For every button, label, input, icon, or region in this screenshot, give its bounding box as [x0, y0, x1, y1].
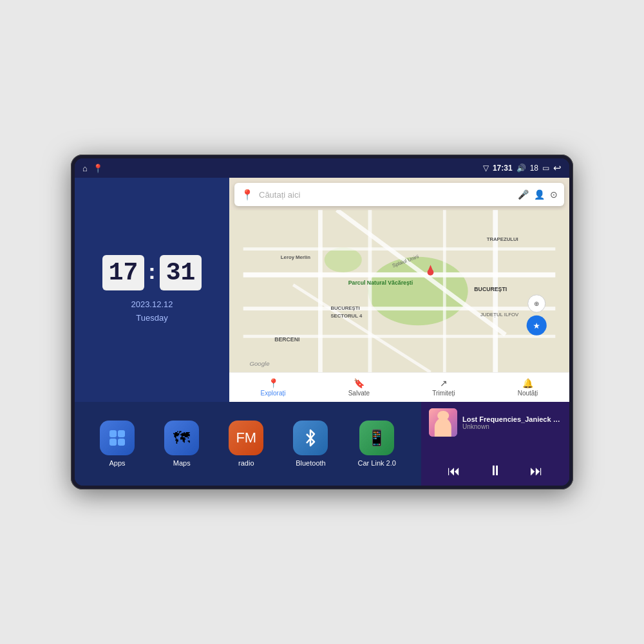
- map-nav-share[interactable]: ↗ Trimiteți: [432, 378, 455, 397]
- svg-point-1: [368, 257, 468, 326]
- clock-panel: 17 : 31 2023.12.12 Tuesday: [75, 178, 229, 402]
- svg-point-2: [325, 247, 362, 272]
- radio-icon: FM: [229, 421, 263, 455]
- app-item-bluetooth[interactable]: Bluetooth: [293, 421, 328, 467]
- app-item-carlink[interactable]: 📱 Car Link 2.0: [358, 421, 396, 467]
- status-bar: ⌂ 📍 ▽ 17:31 🔊 18 ▭ ↩: [75, 158, 569, 178]
- signal-icon: ▽: [483, 164, 489, 173]
- next-button[interactable]: ⏭: [530, 464, 543, 478]
- clock-date: 2023.12.12 Tuesday: [131, 298, 173, 325]
- app-item-radio[interactable]: FM radio: [229, 421, 263, 467]
- status-right: ▽ 17:31 🔊 18 ▭ ↩: [483, 162, 562, 174]
- volume-icon: 🔊: [516, 164, 526, 173]
- status-time: 17:31: [493, 164, 513, 173]
- battery-icon: ▭: [542, 164, 549, 173]
- back-icon[interactable]: ↩: [553, 162, 562, 174]
- explore-label: Explorați: [261, 390, 286, 397]
- map-content: Parcul Natural Văcărești Leroy Merlin BU…: [229, 210, 569, 372]
- clock-minutes: 31: [160, 255, 202, 290]
- music-thumbnail: [429, 408, 457, 437]
- saved-icon: 🔖: [354, 378, 365, 388]
- map-search-placeholder[interactable]: Căutați aici: [259, 190, 513, 200]
- device-frame: ⌂ 📍 ▽ 17:31 🔊 18 ▭ ↩ 17 :: [71, 155, 573, 489]
- svg-text:JUDEȚUL ILFOV: JUDEȚUL ILFOV: [480, 312, 519, 317]
- news-icon: 🔔: [522, 378, 533, 388]
- clock-display: 17 : 31: [102, 255, 202, 290]
- map-bottom-nav: 📍 Explorați 🔖 Salvate ↗ Trimiteți 🔔: [229, 372, 569, 402]
- app-item-maps[interactable]: 🗺 Maps: [164, 421, 199, 467]
- svg-rect-31: [109, 439, 117, 446]
- layers-icon[interactable]: ⊙: [550, 189, 558, 200]
- music-player: Lost Frequencies_Janieck Devy-... Unknow…: [421, 402, 569, 486]
- map-nav-news[interactable]: 🔔 Noutăți: [518, 378, 538, 397]
- device-screen: ⌂ 📍 ▽ 17:31 🔊 18 ▭ ↩ 17 :: [75, 158, 569, 486]
- svg-text:Google: Google: [249, 360, 270, 367]
- svg-text:Leroy Merlin: Leroy Merlin: [281, 254, 310, 260]
- apps-label: Apps: [109, 459, 126, 467]
- apps-icon: [100, 421, 135, 455]
- music-controls: ⏮ ⏸ ⏭: [429, 462, 562, 479]
- clock-colon: :: [148, 259, 155, 284]
- mic-icon[interactable]: 🎤: [518, 189, 529, 200]
- bottom-section: Apps 🗺 Maps FM radio: [75, 402, 569, 486]
- svg-rect-30: [118, 430, 125, 437]
- map-panel[interactable]: 📍 Căutați aici 🎤 👤 ⊙: [229, 178, 569, 402]
- prev-button[interactable]: ⏮: [448, 464, 460, 478]
- svg-rect-3: [243, 272, 556, 278]
- music-info: Lost Frequencies_Janieck Devy-... Unknow…: [429, 408, 562, 437]
- bluetooth-icon: [293, 421, 328, 455]
- music-text: Lost Frequencies_Janieck Devy-... Unknow…: [462, 415, 562, 430]
- maps-shortcut-icon[interactable]: 📍: [93, 164, 103, 173]
- svg-text:★: ★: [533, 322, 540, 330]
- apps-grid: Apps 🗺 Maps FM radio: [75, 402, 421, 486]
- svg-text:TRAPEZULUI: TRAPEZULUI: [487, 236, 518, 242]
- explore-icon: 📍: [268, 378, 279, 388]
- top-section: 17 : 31 2023.12.12 Tuesday 📍 Căutați aic…: [75, 178, 569, 402]
- map-search-bar[interactable]: 📍 Căutați aici 🎤 👤 ⊙: [234, 183, 564, 206]
- saved-label: Salvate: [348, 390, 370, 397]
- map-nav-explore[interactable]: 📍 Explorați: [261, 378, 286, 397]
- music-title: Lost Frequencies_Janieck Devy-...: [462, 415, 562, 423]
- map-area: Parcul Natural Văcărești Leroy Merlin BU…: [229, 210, 569, 372]
- carlink-icon: 📱: [359, 421, 394, 455]
- clock-hours: 17: [102, 255, 145, 290]
- map-search-pin-icon: 📍: [241, 189, 254, 201]
- radio-label: radio: [238, 459, 254, 467]
- svg-text:BERCENI: BERCENI: [274, 336, 299, 343]
- svg-rect-5: [243, 247, 556, 251]
- svg-text:BUCUREȘTI: BUCUREȘTI: [474, 286, 507, 292]
- home-icon[interactable]: ⌂: [82, 164, 88, 173]
- maps-icon: 🗺: [164, 421, 199, 455]
- bluetooth-label: Bluetooth: [296, 459, 325, 467]
- svg-text:SECTORUL 4: SECTORUL 4: [330, 313, 362, 319]
- battery-level: 18: [530, 164, 538, 173]
- status-left: ⌂ 📍: [82, 164, 103, 173]
- map-nav-saved[interactable]: 🔖 Salvate: [348, 378, 370, 397]
- map-search-controls: 🎤 👤 ⊙: [518, 189, 558, 200]
- svg-rect-32: [118, 439, 125, 446]
- app-item-apps[interactable]: Apps: [100, 421, 135, 467]
- main-content: 17 : 31 2023.12.12 Tuesday 📍 Căutați aic…: [75, 178, 569, 486]
- carlink-label: Car Link 2.0: [358, 459, 396, 467]
- svg-text:⊕: ⊕: [534, 300, 539, 307]
- news-label: Noutăți: [518, 390, 538, 397]
- svg-rect-29: [109, 430, 117, 437]
- music-artist: Unknown: [462, 423, 562, 430]
- svg-rect-4: [243, 307, 556, 310]
- account-icon[interactable]: 👤: [534, 189, 545, 200]
- svg-text:Parcul Natural Văcărești: Parcul Natural Văcărești: [348, 279, 413, 286]
- play-pause-button[interactable]: ⏸: [488, 462, 502, 479]
- maps-label: Maps: [173, 459, 191, 467]
- share-icon: ↗: [440, 378, 448, 388]
- svg-text:BUCUREȘTI: BUCUREȘTI: [330, 305, 359, 311]
- svg-rect-7: [318, 210, 323, 372]
- share-label: Trimiteți: [432, 390, 455, 397]
